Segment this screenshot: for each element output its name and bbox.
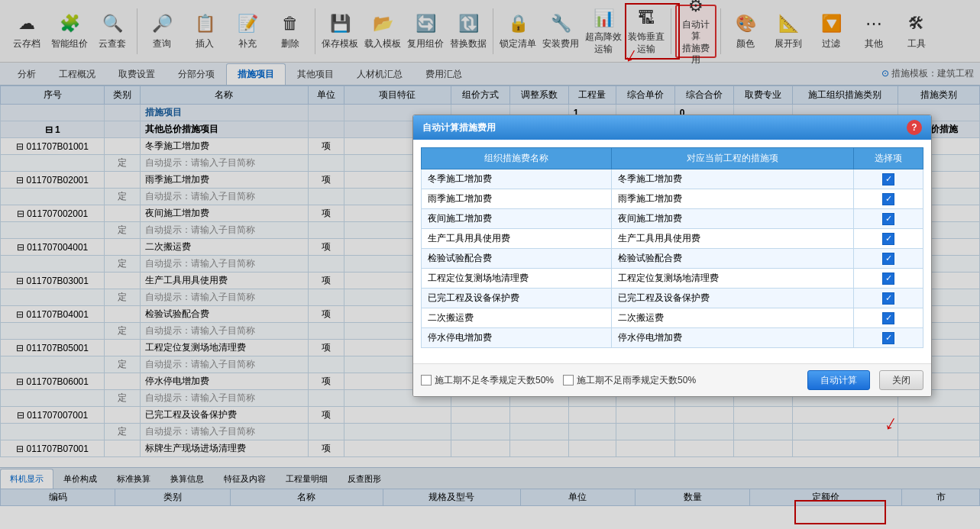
list-item[interactable]: ✓	[854, 209, 923, 229]
row-checkbox[interactable]: ✓	[882, 292, 894, 305]
list-item[interactable]: 检验试验配合费	[422, 249, 612, 269]
list-item[interactable]: 二次搬运费	[612, 308, 854, 328]
list-item[interactable]: 雨季施工增加费	[422, 189, 612, 209]
list-item[interactable]: 生产工具用具使用费	[422, 229, 612, 249]
row-checkbox[interactable]: ✓	[882, 213, 894, 225]
list-item[interactable]: 停水停电增加费	[422, 328, 612, 348]
list-item[interactable]: 检验试验配合费	[612, 249, 854, 269]
winter-check-text: 施工期不足冬季规定天数50%	[435, 374, 554, 387]
rain-check-text: 施工期不足雨季规定天数50%	[577, 374, 696, 387]
auto-calc-modal: 自动计算措施费用 ? 组织措施费名称 对应当前工程的措施项 选择项 冬季施工增加…	[412, 115, 932, 397]
list-item[interactable]: 停水停电增加费	[612, 328, 854, 348]
list-item[interactable]: 二次搬运费	[422, 308, 612, 328]
modal-help-button[interactable]: ?	[907, 120, 922, 135]
row-checkbox[interactable]: ✓	[882, 273, 894, 285]
row-checkbox[interactable]: ✓	[882, 253, 894, 265]
list-item[interactable]: 已完工程及设备保护费	[422, 289, 612, 308]
list-item[interactable]: ✓	[854, 269, 923, 289]
list-item[interactable]: ✓	[854, 169, 923, 189]
list-item[interactable]: ✓	[854, 189, 923, 209]
list-item[interactable]: 夜间施工增加费	[612, 209, 854, 229]
list-item[interactable]: ✓	[854, 328, 923, 348]
row-checkbox[interactable]: ✓	[882, 332, 894, 344]
list-item[interactable]: ✓	[854, 289, 923, 308]
rain-checkbox[interactable]	[563, 375, 574, 385]
list-item[interactable]: 冬季施工增加费	[422, 169, 612, 189]
modal-table: 组织措施费名称 对应当前工程的措施项 选择项 冬季施工增加费 冬季施工增加费 ✓…	[421, 147, 923, 348]
row-checkbox[interactable]: ✓	[882, 193, 894, 205]
modal-col-select: 选择项	[854, 148, 923, 169]
modal-title: 自动计算措施费用	[422, 121, 496, 134]
rain-check-label: 施工期不足雨季规定天数50%	[563, 374, 696, 387]
modal-overlay: 自动计算措施费用 ? 组织措施费名称 对应当前工程的措施项 选择项 冬季施工增加…	[0, 0, 980, 529]
list-item[interactable]: 工程定位复测场地清理费	[422, 269, 612, 289]
list-item[interactable]: 夜间施工增加费	[422, 209, 612, 229]
winter-checkbox[interactable]	[421, 375, 432, 385]
list-item[interactable]: 生产工具用具使用费	[612, 229, 854, 249]
list-item[interactable]: ✓	[854, 308, 923, 328]
row-checkbox[interactable]: ✓	[882, 173, 894, 185]
list-item[interactable]: 已完工程及设备保护费	[612, 289, 854, 308]
list-item[interactable]: 雨季施工增加费	[612, 189, 854, 209]
modal-footer: 施工期不足冬季规定天数50% 施工期不足雨季规定天数50% 自动计算 关闭	[413, 363, 931, 396]
row-checkbox[interactable]: ✓	[882, 233, 894, 245]
winter-check-label: 施工期不足冬季规定天数50%	[421, 374, 554, 387]
list-item[interactable]: ✓	[854, 229, 923, 249]
modal-body: 组织措施费名称 对应当前工程的措施项 选择项 冬季施工增加费 冬季施工增加费 ✓…	[413, 140, 931, 363]
modal-col-match: 对应当前工程的措施项	[612, 148, 854, 169]
modal-close-button[interactable]: 关闭	[879, 370, 923, 390]
modal-col-fee-name: 组织措施费名称	[422, 148, 612, 169]
list-item[interactable]: 工程定位复测场地清理费	[612, 269, 854, 289]
auto-calc-submit-button[interactable]: 自动计算	[807, 370, 870, 390]
list-item[interactable]: 冬季施工增加费	[612, 169, 854, 189]
list-item[interactable]: ✓	[854, 249, 923, 269]
row-checkbox[interactable]: ✓	[882, 312, 894, 324]
modal-header: 自动计算措施费用 ?	[413, 115, 931, 140]
